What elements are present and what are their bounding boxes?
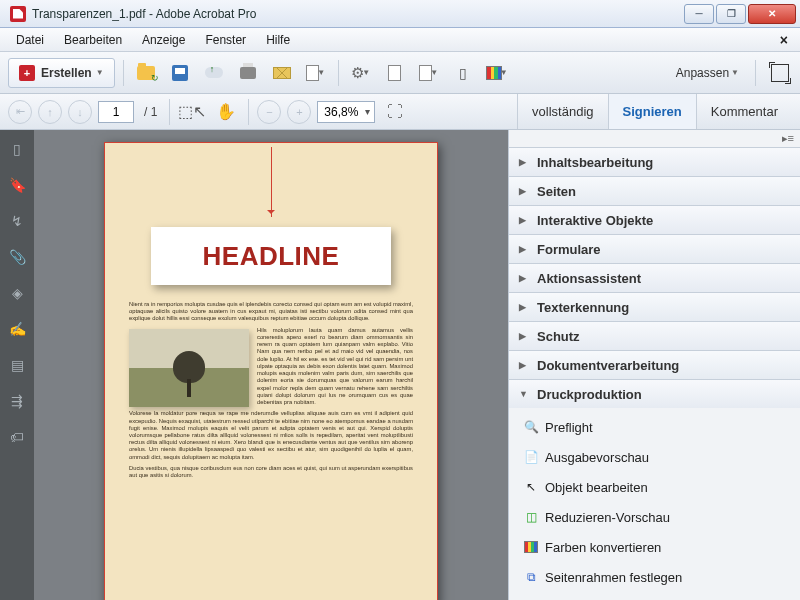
pdf-page: HEADLINE Nient ra in remporios molupta c… <box>104 142 438 600</box>
item-output-preview[interactable]: 📄Ausgabevorschau <box>509 442 800 472</box>
main-toolbar: Erstellen ▼ ▼ ⚙▼ ▼ ▯ ▼ Anpassen▼ <box>0 52 800 94</box>
item-convert-colors[interactable]: Farben konvertieren <box>509 532 800 562</box>
save-button[interactable] <box>166 59 194 87</box>
page-number-input[interactable] <box>98 101 134 123</box>
save-icon <box>172 65 188 81</box>
menu-window[interactable]: Fenster <box>195 33 256 47</box>
destinations-icon[interactable]: ⇶ <box>8 392 26 410</box>
output-preview-icon: 📄 <box>523 449 539 465</box>
print-icon <box>240 67 256 79</box>
section-interactive-objects[interactable]: ▶Interaktive Objekte <box>509 206 800 234</box>
item-preflight[interactable]: 🔍Preflight <box>509 412 800 442</box>
menu-edit[interactable]: Bearbeiten <box>54 33 132 47</box>
nav-toolbar: ⇤ ↑ ↓ / 1 ⬚↖ ✋ − + 36,8% ⛶ vollständig S… <box>0 94 800 130</box>
menu-file[interactable]: Datei <box>6 33 54 47</box>
item-edit-object[interactable]: ↖Objekt bearbeiten <box>509 472 800 502</box>
item-flattener-preview[interactable]: ◫Reduzieren-Vorschau <box>509 502 800 532</box>
page-total-label: / 1 <box>140 105 161 119</box>
section-forms[interactable]: ▶Formulare <box>509 235 800 263</box>
tab-fulltext[interactable]: vollständig <box>517 94 607 129</box>
select-tool-button[interactable]: ⬚↖ <box>178 98 206 126</box>
window-title: Transparenzen_1.pdf - Adobe Acrobat Pro <box>32 7 684 21</box>
edit-object-icon: ↖ <box>523 479 539 495</box>
folder-icon <box>137 66 155 80</box>
section-action-wizard[interactable]: ▶Aktionsassistent <box>509 264 800 292</box>
layers-icon[interactable]: ◈ <box>8 284 26 302</box>
bookmark-icon[interactable]: 🔖 <box>8 176 26 194</box>
thumbnails-icon[interactable]: ▯ <box>8 140 26 158</box>
document-close-button[interactable]: × <box>774 32 794 48</box>
panel-menu-button[interactable]: ▸≡ <box>509 130 800 148</box>
mail-icon <box>273 67 291 79</box>
settings-button[interactable]: ⚙▼ <box>347 59 375 87</box>
menu-help[interactable]: Hilfe <box>256 33 300 47</box>
zoom-in-button[interactable]: + <box>287 100 311 124</box>
create-label: Erstellen <box>41 66 92 80</box>
window-titlebar: Transparenzen_1.pdf - Adobe Acrobat Pro … <box>0 0 800 28</box>
open-button[interactable] <box>132 59 160 87</box>
flattener-icon: ◫ <box>523 509 539 525</box>
hand-tool-button[interactable]: ✋ <box>212 98 240 126</box>
attachment-icon[interactable]: 📎 <box>8 248 26 266</box>
print-button[interactable] <box>234 59 262 87</box>
convert-icon <box>388 65 401 81</box>
navigation-rail: ▯ 🔖 ↯ 📎 ◈ ✍ ▤ ⇶ 🏷 <box>0 130 34 600</box>
next-page-button[interactable]: ↓ <box>68 100 92 124</box>
section-protection[interactable]: ▶Schutz <box>509 322 800 350</box>
section-print-production[interactable]: ▼Druckproduktion <box>509 380 800 408</box>
edit-text-button[interactable]: ▯ <box>449 59 477 87</box>
item-set-page-boxes[interactable]: ⧉Seitenrahmen festlegen <box>509 562 800 592</box>
cursor-icon: ⬚↖ <box>178 102 206 121</box>
menu-bar: Datei Bearbeiten Anzeige Fenster Hilfe × <box>0 28 800 52</box>
clipboard-icon[interactable]: ↯ <box>8 212 26 230</box>
upload-button[interactable] <box>200 59 228 87</box>
zoom-out-button[interactable]: − <box>257 100 281 124</box>
page-boxes-icon: ⧉ <box>523 569 539 585</box>
email-button[interactable] <box>268 59 296 87</box>
section-text-recognition[interactable]: ▶Texterkennung <box>509 293 800 321</box>
tab-comment[interactable]: Kommentar <box>696 94 792 129</box>
section-document-processing[interactable]: ▶Dokumentverarbeitung <box>509 351 800 379</box>
cloud-upload-icon <box>205 67 223 78</box>
signatures-icon[interactable]: ✍ <box>8 320 26 338</box>
annotation-arrow <box>271 147 272 217</box>
fit-icon: ⛶ <box>387 103 403 121</box>
plus-icon <box>19 65 35 81</box>
fit-button[interactable]: ⛶ <box>381 98 409 126</box>
item-add-printer-marks[interactable]: ⊹Druckermarken hinzufügen <box>509 592 800 600</box>
tab-sign[interactable]: Signieren <box>608 94 696 129</box>
export-button[interactable]: ▼ <box>415 59 443 87</box>
send-button[interactable]: ▼ <box>302 59 330 87</box>
first-page-button[interactable]: ⇤ <box>8 100 32 124</box>
zoom-dropdown[interactable]: 36,8% <box>317 101 375 123</box>
document-viewport[interactable]: HEADLINE Nient ra in remporios molupta c… <box>34 130 508 600</box>
fullscreen-button[interactable] <box>764 59 792 87</box>
hand-icon: ✋ <box>216 102 236 121</box>
edit-icon: ▯ <box>459 65 467 81</box>
color-swatch-button[interactable]: ▼ <box>483 59 511 87</box>
tree-image <box>129 329 249 407</box>
create-button[interactable]: Erstellen ▼ <box>8 58 115 88</box>
headline-box: HEADLINE <box>151 227 391 285</box>
body-text: Nient ra in remporios molupta cusdae qui… <box>129 301 413 479</box>
prev-page-button[interactable]: ↑ <box>38 100 62 124</box>
close-button[interactable]: ✕ <box>748 4 796 24</box>
section-content-editing[interactable]: ▶Inhaltsbearbeitung <box>509 148 800 176</box>
fullscreen-icon <box>771 64 789 82</box>
minimize-button[interactable]: ─ <box>684 4 714 24</box>
convert-button[interactable] <box>381 59 409 87</box>
menu-view[interactable]: Anzeige <box>132 33 195 47</box>
preflight-icon: 🔍 <box>523 419 539 435</box>
articles-icon[interactable]: ▤ <box>8 356 26 374</box>
tools-panel: ▸≡ ▶Inhaltsbearbeitung ▶Seiten ▶Interakt… <box>508 130 800 600</box>
maximize-button[interactable]: ❐ <box>716 4 746 24</box>
acrobat-icon <box>10 6 26 22</box>
customize-button[interactable]: Anpassen▼ <box>668 66 747 80</box>
colors-icon <box>523 539 539 555</box>
section-pages[interactable]: ▶Seiten <box>509 177 800 205</box>
tags-icon[interactable]: 🏷 <box>8 428 26 446</box>
